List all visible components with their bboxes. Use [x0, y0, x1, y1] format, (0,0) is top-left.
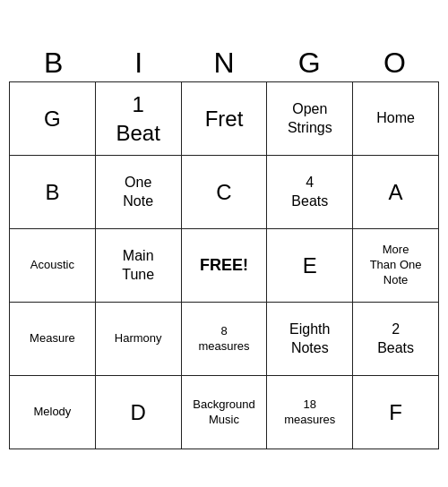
bingo-cell: MoreThan OneNote — [353, 229, 439, 303]
header-letter: I — [99, 47, 178, 80]
bingo-cell: F — [353, 376, 439, 449]
bingo-cell: E — [267, 229, 353, 303]
bingo-header: BINGO — [9, 47, 439, 80]
bingo-card: BINGO G1BeatFretOpenStringsHomeBOneNoteC… — [9, 38, 439, 449]
bingo-cell: B — [10, 156, 96, 229]
bingo-cell: 2Beats — [353, 303, 439, 376]
bingo-cell: Home — [353, 82, 439, 156]
bingo-cell: 1Beat — [96, 82, 182, 156]
header-letter: B — [14, 47, 93, 80]
bingo-cell: FREE! — [182, 229, 268, 303]
bingo-cell: BackgroundMusic — [182, 376, 268, 449]
bingo-cell: 4Beats — [267, 156, 353, 229]
bingo-cell: Measure — [10, 303, 96, 376]
header-letter: O — [355, 47, 434, 80]
bingo-cell: G — [10, 82, 96, 156]
bingo-cell: EighthNotes — [267, 303, 353, 376]
bingo-cell: Melody — [10, 376, 96, 449]
header-letter: N — [185, 47, 263, 80]
bingo-grid: G1BeatFretOpenStringsHomeBOneNoteC4Beats… — [9, 81, 439, 449]
bingo-cell: Fret — [182, 82, 268, 156]
bingo-cell: C — [182, 156, 268, 229]
bingo-cell: 8measures — [182, 303, 268, 376]
bingo-cell: OneNote — [96, 156, 182, 229]
bingo-cell: MainTune — [96, 229, 182, 303]
bingo-cell: Acoustic — [10, 229, 96, 303]
bingo-cell: OpenStrings — [267, 82, 353, 156]
header-letter: G — [270, 47, 349, 80]
bingo-cell: A — [353, 156, 439, 229]
bingo-cell: 18measures — [267, 376, 353, 449]
bingo-cell: Harmony — [96, 303, 182, 376]
bingo-cell: D — [96, 376, 182, 449]
